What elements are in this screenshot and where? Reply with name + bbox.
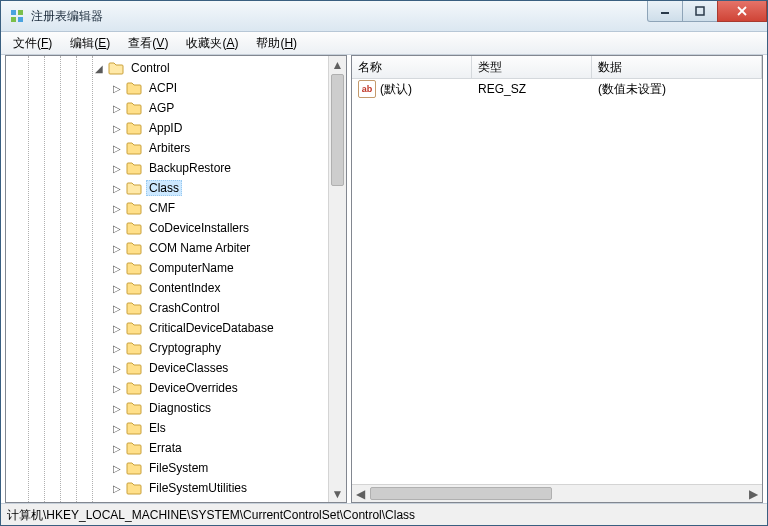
- scroll-right-icon[interactable]: ▶: [745, 485, 762, 502]
- folder-icon: [126, 241, 142, 255]
- expander-icon[interactable]: ▷: [110, 203, 124, 214]
- folder-icon: [126, 441, 142, 455]
- folder-icon: [126, 301, 142, 315]
- tree-node[interactable]: ▷AppID: [6, 118, 329, 138]
- expander-icon[interactable]: ▷: [110, 263, 124, 274]
- body-area: ◢Control▷ACPI▷AGP▷AppID▷Arbiters▷BackupR…: [5, 55, 763, 503]
- expander-icon[interactable]: ▷: [110, 303, 124, 314]
- close-button[interactable]: [717, 1, 767, 22]
- tree-node[interactable]: ▷DeviceOverrides: [6, 378, 329, 398]
- registry-editor-window: 注册表编辑器 文件(F) 编辑(E) 查看(V) 收藏夹(A) 帮助(H) ◢C…: [0, 0, 768, 526]
- list-row[interactable]: ab(默认)REG_SZ(数值未设置): [352, 79, 762, 99]
- folder-icon: [126, 261, 142, 275]
- list-body[interactable]: ab(默认)REG_SZ(数值未设置): [352, 79, 762, 484]
- folder-icon: [126, 121, 142, 135]
- minimize-button[interactable]: [647, 1, 683, 22]
- folder-icon: [126, 481, 142, 495]
- expander-icon[interactable]: ▷: [110, 323, 124, 334]
- expander-icon[interactable]: ▷: [110, 103, 124, 114]
- tree-node[interactable]: ▷Class: [6, 178, 329, 198]
- menubar: 文件(F) 编辑(E) 查看(V) 收藏夹(A) 帮助(H): [1, 32, 767, 55]
- expander-icon[interactable]: ▷: [110, 183, 124, 194]
- folder-icon: [108, 61, 124, 75]
- folder-icon: [126, 281, 142, 295]
- menu-help[interactable]: 帮助(H): [248, 33, 305, 54]
- tree-node-label: Class: [146, 180, 182, 196]
- tree-node[interactable]: ▷CMF: [6, 198, 329, 218]
- folder-icon: [126, 141, 142, 155]
- expander-icon[interactable]: ▷: [110, 423, 124, 434]
- column-header-data[interactable]: 数据: [592, 56, 762, 78]
- titlebar[interactable]: 注册表编辑器: [1, 1, 767, 32]
- tree-node-label: DeviceOverrides: [146, 380, 241, 396]
- tree-node[interactable]: ▷FileSystemUtilities: [6, 478, 329, 498]
- tree-node[interactable]: ▷Arbiters: [6, 138, 329, 158]
- tree-node[interactable]: ▷ContentIndex: [6, 278, 329, 298]
- list-header: 名称 类型 数据: [352, 56, 762, 79]
- folder-icon: [126, 381, 142, 395]
- tree-node-control[interactable]: ◢Control: [6, 58, 329, 78]
- tree-node[interactable]: ▷ACPI: [6, 78, 329, 98]
- scroll-left-icon[interactable]: ◀: [352, 485, 369, 502]
- expander-icon[interactable]: ▷: [110, 383, 124, 394]
- expander-icon[interactable]: ◢: [92, 63, 106, 74]
- tree[interactable]: ◢Control▷ACPI▷AGP▷AppID▷Arbiters▷BackupR…: [6, 56, 329, 498]
- scroll-down-icon[interactable]: ▼: [329, 485, 346, 502]
- tree-node[interactable]: ▷CriticalDeviceDatabase: [6, 318, 329, 338]
- column-header-type[interactable]: 类型: [472, 56, 592, 78]
- expander-icon[interactable]: ▷: [110, 283, 124, 294]
- value-type: REG_SZ: [472, 82, 592, 96]
- menu-favorites[interactable]: 收藏夹(A): [178, 33, 246, 54]
- tree-node[interactable]: ▷CoDeviceInstallers: [6, 218, 329, 238]
- status-path: 计算机\HKEY_LOCAL_MACHINE\SYSTEM\CurrentCon…: [7, 508, 415, 522]
- expander-icon[interactable]: ▷: [110, 463, 124, 474]
- folder-icon: [126, 161, 142, 175]
- expander-icon[interactable]: ▷: [110, 163, 124, 174]
- scroll-up-icon[interactable]: ▲: [329, 56, 346, 73]
- tree-node[interactable]: ▷Diagnostics: [6, 398, 329, 418]
- tree-node-label: FileSystemUtilities: [146, 480, 250, 496]
- list-scrollbar[interactable]: ◀ ▶: [352, 484, 762, 502]
- svg-rect-5: [696, 7, 704, 15]
- menu-edit[interactable]: 编辑(E): [62, 33, 118, 54]
- expander-icon[interactable]: ▷: [110, 123, 124, 134]
- app-icon: [9, 8, 25, 24]
- value-name: (默认): [380, 81, 412, 98]
- folder-icon: [126, 341, 142, 355]
- tree-node[interactable]: ▷Errata: [6, 438, 329, 458]
- tree-node[interactable]: ▷BackupRestore: [6, 158, 329, 178]
- expander-icon[interactable]: ▷: [110, 243, 124, 254]
- tree-scrollbar[interactable]: ▲ ▼: [328, 56, 346, 502]
- expander-icon[interactable]: ▷: [110, 483, 124, 494]
- expander-icon[interactable]: ▷: [110, 83, 124, 94]
- menu-file[interactable]: 文件(F): [5, 33, 60, 54]
- expander-icon[interactable]: ▷: [110, 403, 124, 414]
- tree-node[interactable]: ▷Cryptography: [6, 338, 329, 358]
- expander-icon[interactable]: ▷: [110, 343, 124, 354]
- tree-node[interactable]: ▷CrashControl: [6, 298, 329, 318]
- tree-node-label: AGP: [146, 100, 177, 116]
- tree-node[interactable]: ▷COM Name Arbiter: [6, 238, 329, 258]
- expander-icon[interactable]: ▷: [110, 443, 124, 454]
- tree-panel: ◢Control▷ACPI▷AGP▷AppID▷Arbiters▷BackupR…: [5, 55, 347, 503]
- expander-icon[interactable]: ▷: [110, 223, 124, 234]
- tree-node[interactable]: ▷FileSystem: [6, 458, 329, 478]
- tree-node[interactable]: ▷ComputerName: [6, 258, 329, 278]
- tree-node-label: CrashControl: [146, 300, 223, 316]
- tree-node[interactable]: ▷AGP: [6, 98, 329, 118]
- tree-node-label: CriticalDeviceDatabase: [146, 320, 277, 336]
- folder-icon: [126, 221, 142, 235]
- expander-icon[interactable]: ▷: [110, 143, 124, 154]
- scroll-thumb[interactable]: [370, 487, 552, 500]
- folder-icon: [126, 401, 142, 415]
- scroll-thumb[interactable]: [331, 74, 344, 186]
- tree-node[interactable]: ▷DeviceClasses: [6, 358, 329, 378]
- tree-node-label: CMF: [146, 200, 178, 216]
- tree-node-label: Errata: [146, 440, 185, 456]
- maximize-button[interactable]: [682, 1, 718, 22]
- menu-view[interactable]: 查看(V): [120, 33, 176, 54]
- value-data: (数值未设置): [592, 81, 762, 98]
- tree-node[interactable]: ▷Els: [6, 418, 329, 438]
- column-header-name[interactable]: 名称: [352, 56, 472, 78]
- expander-icon[interactable]: ▷: [110, 363, 124, 374]
